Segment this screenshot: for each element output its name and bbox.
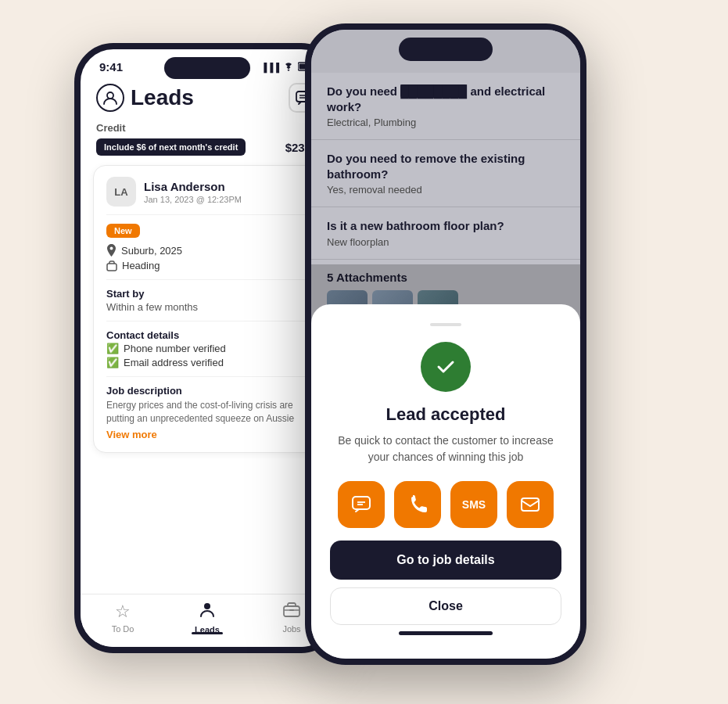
lead-card[interactable]: LA Lisa Anderson Jan 13, 2023 @ 12:23PM … <box>93 165 321 453</box>
check-icon-phone: ✅ <box>106 343 119 354</box>
notch-front <box>399 38 493 61</box>
question-item-3: Is it a new bathroom floor plan? New flo… <box>311 207 580 260</box>
close-button[interactable]: Close <box>330 587 561 625</box>
phone-front-content: Do you need ████████ and electrical work… <box>311 30 580 659</box>
svg-rect-11 <box>353 497 370 509</box>
nav-item-todo[interactable]: ☆ To Do <box>81 602 165 634</box>
divider-3 <box>106 376 308 377</box>
start-by-value: Within a few months <box>106 301 308 313</box>
jobs-icon <box>283 602 300 622</box>
credit-label: Credit <box>96 122 318 134</box>
svg-rect-14 <box>522 498 539 511</box>
question-answer-1: Electrical, Plumbing <box>327 117 565 128</box>
todo-icon: ☆ <box>115 602 131 622</box>
credit-pill[interactable]: Include $6 of next month's credit <box>96 138 246 156</box>
svg-rect-8 <box>284 606 299 616</box>
action-sms-button[interactable]: SMS <box>450 481 497 528</box>
action-email-button[interactable] <box>507 481 554 528</box>
bottom-nav: ☆ To Do Leads Jobs <box>81 594 334 647</box>
view-more-link[interactable]: View more <box>106 429 157 440</box>
modal-action-buttons: SMS <box>330 481 561 528</box>
modal-handle <box>430 323 461 326</box>
briefcase-icon <box>106 260 117 271</box>
success-icon <box>421 342 471 392</box>
nav-item-leads[interactable]: Leads <box>165 601 249 634</box>
go-to-details-button[interactable]: Go to job details <box>330 541 561 580</box>
contact-label: Contact details <box>106 329 308 341</box>
lead-initials: LA <box>106 177 136 207</box>
credit-section: Credit Include $6 of next month's credit… <box>81 122 334 165</box>
svg-rect-7 <box>107 264 117 271</box>
sms-label: SMS <box>462 498 486 511</box>
signal-icon: ▐▐▐ <box>261 63 279 72</box>
active-indicator <box>192 632 223 634</box>
lead-card-header: LA Lisa Anderson Jan 13, 2023 @ 12:23PM <box>106 177 308 215</box>
lead-name: Lisa Anderson <box>144 180 308 193</box>
nav-label-jobs: Jobs <box>282 624 300 634</box>
question-text-1: Do you need ████████ and electrical work… <box>327 84 565 114</box>
page-title: Leads <box>131 85 194 110</box>
status-time: 9:41 <box>99 60 123 74</box>
job-desc-text: Energy prices and the cost-of-living cri… <box>106 399 308 426</box>
check-icon-email: ✅ <box>106 357 119 368</box>
wifi-icon <box>282 62 295 73</box>
lead-location: Suburb, 2025 <box>106 244 308 257</box>
lead-date: Jan 13, 2023 @ 12:23PM <box>144 195 308 204</box>
lead-accepted-modal: Lead accepted Be quick to contact the cu… <box>311 304 580 659</box>
phone-front: Do you need ████████ and electrical work… <box>305 23 586 665</box>
location-icon <box>106 244 117 257</box>
leads-icon <box>199 601 216 623</box>
start-by-label: Start by <box>106 288 308 300</box>
credit-row: Include $6 of next month's credit $234 › <box>96 138 318 156</box>
svg-point-3 <box>107 92 113 99</box>
question-text-3: Is it a new bathroom floor plan? <box>327 218 565 234</box>
modal-title: Lead accepted <box>330 404 561 425</box>
action-chat-button[interactable] <box>338 481 385 528</box>
question-text-2: Do you need to remove the existing bathr… <box>327 151 565 181</box>
divider-1 <box>106 279 308 280</box>
modal-subtitle: Be quick to contact the customer to incr… <box>330 433 561 465</box>
divider-2 <box>106 321 308 321</box>
lead-name-date: Lisa Anderson Jan 13, 2023 @ 12:23PM <box>144 180 308 204</box>
notch-back <box>164 57 250 79</box>
home-indicator-front <box>399 631 493 635</box>
question-item-2: Do you need to remove the existing bathr… <box>311 140 580 207</box>
phone-verified: ✅ Phone number verified <box>106 343 308 354</box>
phone-back: 9:41 ▐▐▐ <box>74 43 340 653</box>
user-avatar-icon <box>96 84 124 112</box>
question-item-1: Do you need ████████ and electrical work… <box>311 73 580 140</box>
new-badge: New <box>106 224 140 238</box>
question-answer-2: Yes, removal needed <box>327 184 565 196</box>
question-answer-3: New floorplan <box>327 236 565 248</box>
app-header: Leads 3 <box>81 77 334 122</box>
question-list: Do you need ████████ and electrical work… <box>311 73 580 260</box>
nav-label-todo: To Do <box>112 624 134 634</box>
action-call-button[interactable] <box>394 481 441 528</box>
email-verified: ✅ Email address verified <box>106 357 308 368</box>
lead-heading: Heading <box>106 260 308 271</box>
header-left: Leads <box>96 84 194 112</box>
job-desc-label: Job description <box>106 385 308 397</box>
